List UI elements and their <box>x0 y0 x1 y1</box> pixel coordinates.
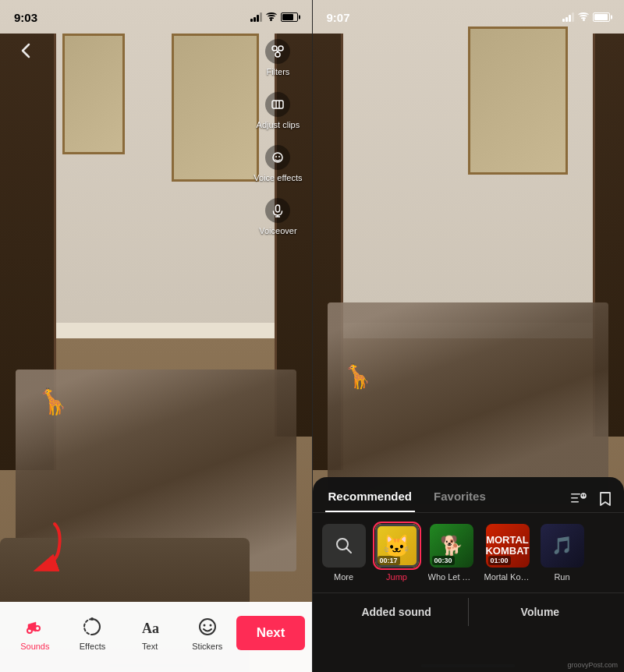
svg-rect-22 <box>571 493 580 495</box>
back-button[interactable] <box>14 39 37 62</box>
sounds-button[interactable]: Sounds <box>6 615 64 651</box>
filters-label: Filters <box>266 67 289 76</box>
battery-icon-right <box>593 12 610 22</box>
filters-icon <box>265 39 290 64</box>
signal-icon <box>250 12 262 22</box>
sound-bottom-controls: Added sound Volume <box>313 592 625 631</box>
svg-point-2 <box>275 52 280 57</box>
left-phone: 9:03 <box>0 0 312 672</box>
sound-item-jump[interactable]: 🐱 00:17 Jump <box>375 524 419 582</box>
watermark: groovyPost.com <box>567 661 618 669</box>
text-icon: Aa <box>138 615 161 638</box>
time-left: 9:03 <box>14 11 37 24</box>
sound-item-who-let[interactable]: 🐕 00:30 Who Let The <box>428 524 475 582</box>
volume-button[interactable]: Volume <box>469 598 612 626</box>
right-phone: 9:07 🦒 <box>313 0 625 672</box>
wifi-icon-right <box>578 13 589 21</box>
sound-list: More 🐱 00:17 Jump 🐕 00:30 Who Let The <box>313 513 625 592</box>
svg-point-0 <box>272 46 277 51</box>
music-list-icon[interactable] <box>571 492 587 510</box>
svg-point-20 <box>203 624 205 627</box>
effects-label: Effects <box>80 642 105 651</box>
jump-thumb: 🐱 00:17 <box>375 524 419 568</box>
svg-point-1 <box>278 46 283 51</box>
status-icons-right <box>562 12 610 22</box>
sound-tab-icons <box>571 491 612 511</box>
sounds-icon <box>23 615 47 638</box>
sound-item-run[interactable]: 🎵 Run <box>541 524 584 582</box>
stickers-button[interactable]: Stickers <box>179 615 236 651</box>
svg-rect-11 <box>276 205 280 212</box>
svg-text:Aa: Aa <box>142 621 159 636</box>
voice-effects-icon <box>265 145 290 170</box>
status-icons-left <box>250 12 298 22</box>
sound-name-jump: Jump <box>386 572 407 582</box>
run-thumb: 🎵 <box>541 524 584 568</box>
sound-panel: Recommended Favorites <box>313 477 625 672</box>
voiceover-icon <box>265 198 290 223</box>
tab-favorites[interactable]: Favorites <box>431 490 489 512</box>
giraffe-right: 🦒 <box>343 363 372 390</box>
picture-frame-top <box>468 27 568 175</box>
sound-name-mortal: Mortal Komb <box>484 572 531 582</box>
right-toolbar: Filters Adjust clips <box>254 39 302 235</box>
room-rug-right <box>328 302 608 504</box>
bookmark-icon[interactable] <box>599 491 612 511</box>
voiceover-label: Voiceover <box>259 226 296 235</box>
svg-point-19 <box>200 619 215 635</box>
search-thumb <box>322 524 366 568</box>
effects-icon <box>80 615 104 638</box>
sound-name-more: More <box>334 572 353 582</box>
picture-frame-left <box>62 34 125 154</box>
next-button[interactable]: Next <box>236 616 306 650</box>
sound-name-run: Run <box>554 572 569 582</box>
svg-rect-23 <box>571 497 578 499</box>
svg-point-15 <box>27 628 32 633</box>
text-button[interactable]: Aa Text <box>121 615 179 651</box>
battery-icon <box>281 12 298 22</box>
svg-point-17 <box>90 617 94 621</box>
toolbar-adjust-clips[interactable]: Adjust clips <box>257 92 300 129</box>
svg-point-21 <box>209 624 211 627</box>
svg-point-16 <box>35 626 40 631</box>
sound-item-mortal[interactable]: MORTALKOMBAT 01:00 Mortal Komb <box>484 524 531 582</box>
adjust-clips-label: Adjust clips <box>257 120 300 129</box>
added-sound-button[interactable]: Added sound <box>325 598 469 626</box>
sound-tabs: Recommended Favorites <box>313 477 625 513</box>
mortal-thumb: MORTALKOMBAT 01:00 <box>486 524 530 568</box>
svg-point-10 <box>278 156 280 157</box>
toolbar-voiceover[interactable]: Voiceover <box>259 198 296 235</box>
toolbar-filters[interactable]: Filters <box>265 39 290 76</box>
adjust-clips-icon <box>265 92 290 117</box>
picture-frame-right <box>172 34 259 182</box>
signal-icon-right <box>562 12 574 22</box>
svg-line-27 <box>346 549 351 554</box>
svg-rect-24 <box>571 501 579 503</box>
time-right: 9:07 <box>327 11 350 24</box>
toolbar-voice-effects[interactable]: Voice effects <box>254 145 302 182</box>
who-let-thumb: 🐕 00:30 <box>430 524 473 568</box>
red-arrow-indicator <box>16 516 78 578</box>
back-arrow-icon <box>21 43 30 58</box>
mortal-duration: 01:00 <box>488 556 511 565</box>
voice-effects-label: Voice effects <box>254 173 302 182</box>
giraffe-toy: 🦒 <box>37 387 69 416</box>
svg-point-9 <box>275 156 277 157</box>
sounds-label: Sounds <box>20 642 49 651</box>
text-label: Text <box>142 642 158 651</box>
stickers-label: Stickers <box>192 642 222 651</box>
svg-rect-5 <box>272 101 283 108</box>
bottom-toolbar-left: Sounds Effects Aa Text <box>0 602 312 672</box>
sound-name-who-let: Who Let The <box>428 572 475 582</box>
status-bar-left: 9:03 <box>0 0 312 28</box>
tab-recommended[interactable]: Recommended <box>325 490 416 512</box>
effects-button[interactable]: Effects <box>64 615 122 651</box>
wifi-icon <box>266 13 277 21</box>
who-let-duration: 00:30 <box>432 556 455 565</box>
status-bar-right: 9:07 <box>313 0 625 28</box>
stickers-icon <box>196 615 219 638</box>
sound-item-more[interactable]: More <box>322 524 366 582</box>
